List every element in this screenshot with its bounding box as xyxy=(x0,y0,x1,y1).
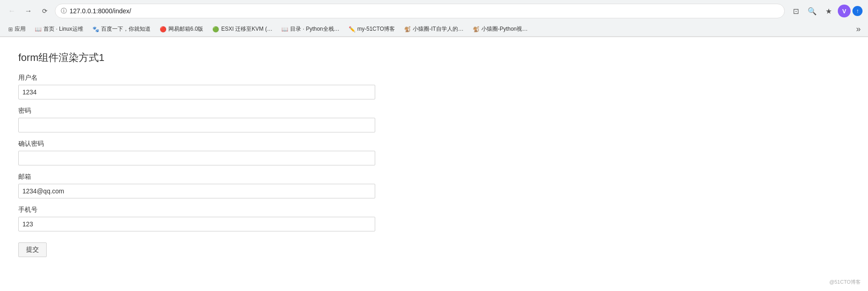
profile-button[interactable]: V xyxy=(838,5,851,17)
zoom-button[interactable]: 🔍 xyxy=(805,4,819,18)
linux-icon: 📖 xyxy=(35,26,42,33)
bookmark-esxi[interactable]: 🟢 ESXI 迁移至KVM (… xyxy=(209,24,276,34)
url-input[interactable] xyxy=(70,7,779,15)
monkey1-icon: 🐒 xyxy=(404,26,411,33)
confirm-password-input[interactable] xyxy=(18,151,375,165)
email-group: 邮箱 xyxy=(18,173,850,198)
apps-icon: ⊞ xyxy=(8,26,13,33)
email-input[interactable] xyxy=(18,184,375,198)
translate-button[interactable]: ⊡ xyxy=(788,4,803,18)
esxi-icon: 🟢 xyxy=(212,26,219,33)
bookmark-monkey1[interactable]: 🐒 小猿圈-IT自学人的… xyxy=(400,24,467,34)
51cto-icon: ✏️ xyxy=(349,26,356,33)
address-bar[interactable]: ⓘ xyxy=(55,4,785,18)
bookmark-baidu[interactable]: 🐾 百度一下，你就知道 xyxy=(89,24,154,34)
password-group: 密码 xyxy=(18,107,850,132)
bookmark-monkey2-label: 小猿圈-Python视… xyxy=(481,25,528,33)
bookmark-linux[interactable]: 📖 首页 · Linux运维 xyxy=(31,24,87,34)
main-form: 用户名 密码 确认密码 邮箱 手机号 提交 xyxy=(18,74,850,257)
browser-toolbar: ← → ⟳ ⓘ ⊡ 🔍 ★ V ↑ xyxy=(0,0,868,22)
bookmark-python-label: 目录 · Python全栈… xyxy=(290,25,339,33)
browser-chrome: ← → ⟳ ⓘ ⊡ 🔍 ★ V ↑ ⊞ 应用 📖 首页 · Linux运维 🐾 … xyxy=(0,0,868,37)
page-content: form组件渲染方式1 用户名 密码 确认密码 邮箱 手机号 提交 xyxy=(0,37,868,291)
update-button[interactable]: ↑ xyxy=(852,6,863,16)
phone-group: 手机号 xyxy=(18,206,850,231)
baidu-icon: 🐾 xyxy=(92,26,99,33)
bookmark-esxi-label: ESXI 迁移至KVM (… xyxy=(221,25,272,33)
toolbar-right: ⊡ 🔍 ★ V ↑ xyxy=(788,4,863,18)
bookmark-netease-label: 网易邮箱6.0版 xyxy=(168,25,204,33)
netease-icon: 🔴 xyxy=(160,26,167,33)
bookmark-star-button[interactable]: ★ xyxy=(821,4,836,18)
bookmark-netease[interactable]: 🔴 网易邮箱6.0版 xyxy=(156,24,207,34)
python-icon: 📖 xyxy=(281,26,288,33)
watermark: @51CTO博客 xyxy=(830,279,861,286)
phone-input[interactable] xyxy=(18,217,375,231)
reload-button[interactable]: ⟳ xyxy=(38,5,51,17)
bookmark-apps[interactable]: ⊞ 应用 xyxy=(5,24,29,34)
bookmark-51cto[interactable]: ✏️ my-51CTO博客 xyxy=(345,24,399,34)
password-input[interactable] xyxy=(18,118,375,132)
email-label: 邮箱 xyxy=(18,173,850,181)
monkey2-icon: 🐒 xyxy=(473,26,480,33)
bookmark-linux-label: 首页 · Linux运维 xyxy=(43,25,83,33)
confirm-password-label: 确认密码 xyxy=(18,140,850,148)
username-group: 用户名 xyxy=(18,74,850,99)
bookmark-apps-label: 应用 xyxy=(15,25,26,33)
submit-button[interactable]: 提交 xyxy=(18,242,47,257)
bookmark-51cto-label: my-51CTO博客 xyxy=(357,25,395,33)
bookmark-monkey2[interactable]: 🐒 小猿圈-Python视… xyxy=(469,24,531,34)
phone-label: 手机号 xyxy=(18,206,850,214)
bookmarks-bar: ⊞ 应用 📖 首页 · Linux运维 🐾 百度一下，你就知道 🔴 网易邮箱6.… xyxy=(0,22,868,37)
username-label: 用户名 xyxy=(18,74,850,82)
back-button[interactable]: ← xyxy=(5,5,18,17)
secure-icon: ⓘ xyxy=(61,7,67,15)
bookmarks-more-button[interactable]: » xyxy=(853,24,863,34)
bookmark-monkey1-label: 小猿圈-IT自学人的… xyxy=(413,25,464,33)
forward-button[interactable]: → xyxy=(22,5,35,17)
confirm-password-group: 确认密码 xyxy=(18,140,850,165)
form-title: form组件渲染方式1 xyxy=(18,51,850,65)
bookmark-python[interactable]: 📖 目录 · Python全栈… xyxy=(278,24,343,34)
password-label: 密码 xyxy=(18,107,850,115)
username-input[interactable] xyxy=(18,85,375,99)
bookmark-baidu-label: 百度一下，你就知道 xyxy=(101,25,151,33)
